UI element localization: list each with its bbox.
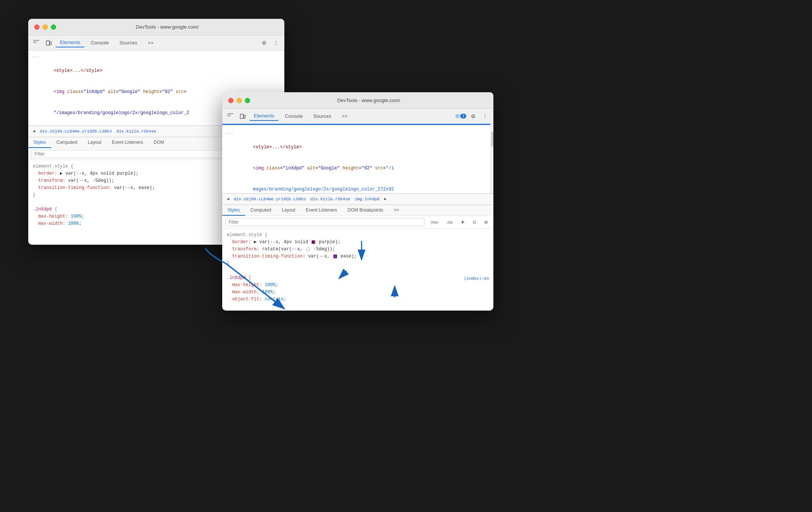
filter-bar-2: :hov .cls + ⊡ ⊞	[222, 216, 493, 229]
css-maxwidth-2[interactable]: max-width: 100%;	[225, 289, 464, 296]
html-line-2-1[interactable]: <style>...</style>	[222, 137, 493, 158]
breadcrumb-item-1-1[interactable]: div.o3j99.LLD4me.yr19Zb.LS8OJ	[38, 128, 113, 134]
inspect-icon[interactable]	[31, 38, 42, 48]
svg-rect-4	[228, 114, 230, 116]
tab-more-2[interactable]: >>	[337, 112, 352, 120]
device-icon[interactable]	[43, 38, 54, 48]
window-title-1: DevTools - www.google.com/	[56, 24, 278, 30]
tab-computed-1[interactable]: Computed	[51, 137, 82, 148]
svg-rect-3	[50, 42, 51, 45]
css-transition-2[interactable]: transition-timing-function: var(--x, eas…	[225, 253, 490, 260]
bottom-panel-2: Styles Computed Layout Event Listeners D…	[222, 205, 493, 311]
add-badge-2[interactable]: +	[458, 218, 467, 227]
css-objectfit-2[interactable]: object-fit: contain;	[225, 296, 464, 303]
svg-rect-7	[244, 115, 245, 118]
icon-badge-2a[interactable]: ⊡	[470, 219, 479, 226]
css-content-2: element.style { border: ▶ var(--x, 4px s…	[222, 229, 493, 311]
tab-elements-1[interactable]: Elements	[55, 38, 85, 47]
traffic-lights-2	[228, 98, 250, 103]
svg-rect-8	[456, 115, 459, 117]
svg-rect-6	[240, 114, 243, 119]
tab-layout-2[interactable]: Layout	[276, 205, 301, 216]
more-icon-1[interactable]: ⋮	[271, 38, 281, 48]
tab-sources-2[interactable]: Sources	[309, 112, 336, 120]
svg-rect-0	[34, 40, 36, 43]
ellipsis-2: ...	[222, 128, 493, 137]
minimize-button-1[interactable]	[43, 24, 48, 30]
breadcrumb-item-2-3[interactable]: img.lnXdpd	[353, 196, 381, 202]
ellipsis-1: ...	[28, 52, 284, 60]
css-lnxdpd-content: .lnXdpd { max-height: 100%; max-width: 1…	[225, 274, 464, 303]
titlebar-1: DevTools - www.google.com/	[28, 19, 284, 35]
html-line-1[interactable]: <style>...</style>	[28, 60, 284, 81]
close-button-2[interactable]	[228, 98, 234, 103]
html-line-2-2[interactable]: <img class="lnXdpd" alt="Google" height=…	[222, 158, 493, 179]
settings-icon-2[interactable]: ⚙	[468, 111, 478, 122]
tab-styles-1[interactable]: Styles	[28, 137, 51, 148]
more-icon-2[interactable]: ⋮	[480, 111, 490, 122]
checkbox-swatch-transition[interactable]	[333, 254, 337, 258]
tab-more-styles-2[interactable]: >>	[389, 205, 404, 216]
styles-tabs-2: Styles Computed Layout Event Listeners D…	[222, 205, 493, 216]
maximize-button-1[interactable]	[51, 24, 56, 30]
filter-input-1[interactable]	[31, 150, 251, 158]
tab-console-2[interactable]: Console	[280, 112, 307, 120]
html-scrollbar-thumb-2[interactable]	[491, 131, 493, 146]
color-swatch-purple[interactable]	[311, 240, 315, 244]
icon-badge-2b[interactable]: ⊞	[482, 219, 490, 226]
css-close-2: }	[225, 260, 490, 267]
tab-styles-2[interactable]: Styles	[222, 205, 245, 216]
cls-badge-2[interactable]: .cls	[444, 219, 455, 226]
tab-dom-breakpoints-2[interactable]: DOM Breakpoints	[342, 205, 389, 216]
breadcrumb-item-2-2[interactable]: div.k1zlA.rSk4se	[309, 196, 352, 202]
css-maxheight-2[interactable]: max-height: 100%;	[225, 282, 464, 289]
tab-event-listeners-2[interactable]: Event Listeners	[301, 205, 342, 216]
hov-badge-2[interactable]: :hov	[427, 219, 441, 226]
tab-event-listeners-1[interactable]: Event Listeners	[107, 137, 148, 148]
minimize-button-2[interactable]	[237, 98, 242, 103]
settings-icon-1[interactable]: ⚙	[259, 38, 269, 48]
close-button-1[interactable]	[34, 24, 40, 30]
breadcrumb-bar-2: ◄ div.o3j99.LLD4me.yr19Zb.LS8OJ div.k1zl…	[222, 194, 493, 205]
css-transform-2[interactable]: transform: rotate(var(--x, -5deg));	[225, 246, 490, 253]
chat-badge-2: 1	[460, 114, 466, 119]
devtools-window-2: DevTools - www.google.com/ Elements Cons…	[222, 92, 493, 311]
chat-icon-2[interactable]: 1	[456, 111, 466, 122]
window-title-2: DevTools - www.google.com/	[250, 98, 487, 103]
tab-layout-1[interactable]: Layout	[82, 137, 107, 148]
css-lnxdpd-selector-2[interactable]: .lnXdpd {	[225, 274, 464, 282]
circle-swatch-transform[interactable]	[306, 247, 310, 251]
device-icon-2[interactable]	[237, 111, 248, 122]
breadcrumb-back-2[interactable]: ◄	[225, 196, 231, 202]
html-line-2-3[interactable]: mages/branding/googlelogo/2x/googlelogo_…	[222, 179, 493, 194]
tab-console-1[interactable]: Console	[86, 38, 113, 47]
css-lnxdpd-block-2: .lnXdpd { max-height: 100%; max-width: 1…	[225, 274, 490, 303]
svg-rect-2	[46, 41, 49, 45]
html-scrollbar-2[interactable]	[490, 124, 493, 193]
inspect-icon-2[interactable]	[225, 111, 236, 122]
tab-dom-1[interactable]: DOM	[148, 137, 169, 148]
breadcrumb-forward-2[interactable]: ►	[383, 196, 388, 202]
breadcrumb-back-1[interactable]: ◄	[31, 128, 37, 134]
css-border-2[interactable]: border: ▶ var(--x, 4px solid purple);	[225, 239, 490, 246]
filter-input-2[interactable]	[225, 218, 424, 226]
toolbar-2: Elements Console Sources >> 1 ⚙ ⋮	[222, 109, 493, 124]
toolbar-1: Elements Console Sources >> ⚙ ⋮	[28, 35, 284, 50]
titlebar-2: DevTools - www.google.com/	[222, 92, 493, 109]
tab-sources-1[interactable]: Sources	[115, 38, 142, 47]
maximize-button-2[interactable]	[245, 98, 250, 103]
traffic-lights-1	[34, 24, 56, 30]
tab-more-1[interactable]: >>	[143, 38, 158, 47]
breadcrumb-item-2-1[interactable]: div.o3j99.LLD4me.yr19Zb.LS8OJ	[232, 196, 307, 202]
breadcrumb-item-1-2[interactable]: div.k1zlA.rSk4se	[115, 128, 158, 134]
css-source-link-2[interactable]: (index):63	[464, 274, 489, 282]
tab-computed-2[interactable]: Computed	[245, 205, 276, 216]
tab-elements-2[interactable]: Elements	[249, 111, 279, 121]
css-selector-2[interactable]: element.style {	[225, 232, 490, 239]
html-panel-2: ... <style>...</style> <img class="lnXdp…	[222, 124, 493, 194]
